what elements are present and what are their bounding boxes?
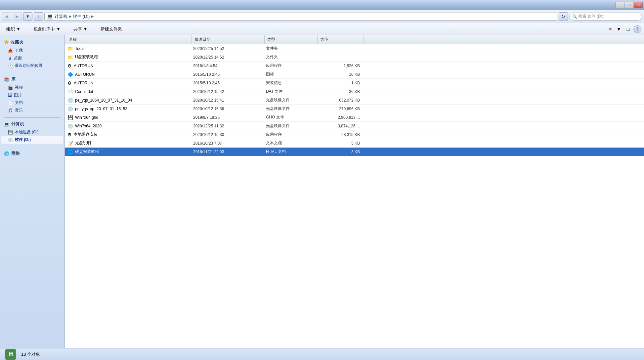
search-box[interactable]: 🔍 搜索 软件 (D:) [569,13,642,21]
title-bar: ─ □ ✕ [0,0,644,10]
file-icon: ⚙ [67,132,72,137]
table-row[interactable]: 💿 pe_yqs_xp_20_07_31_15_53 2020/10/12 15… [65,105,644,113]
file-name-label: AUTORUN [74,64,93,68]
file-icon: 🌐 [67,149,73,155]
view-dropdown-button[interactable]: ▼ [615,25,623,33]
forward-button[interactable]: ▶ [13,12,22,21]
table-row[interactable]: 📁 U盘安装教程 2020/12/25 14:52 文件夹 [65,53,644,62]
path-drive[interactable]: 软件 (D:) [73,14,90,20]
desktop-icon: 🖥 [8,56,12,61]
file-name-cell: 💾 Win7x64.gho [65,115,191,120]
video-label: 视频 [15,85,23,90]
file-size-cell: 28,315 KB [316,132,363,137]
network-label: 网络 [11,151,20,157]
file-name-cell: ⚙ AUTORUN [65,63,191,68]
file-area: 名称 修改日期 类型 大小 📁 Tools 2020/12/25 14:52 文… [65,35,644,348]
toolbar-separator-2 [67,26,67,32]
file-icon: ⚙ [67,80,72,86]
file-type-cell: 图标 [263,71,316,77]
table-row[interactable]: 📝 光盘说明 2016/10/23 7:07 文本文档 5 KB [65,139,644,148]
preview-button[interactable]: □ [624,25,632,33]
path-computer[interactable]: 计算机 [55,14,67,20]
file-type-cell: DAT 文件 [263,89,316,94]
sidebar-divider-2 [4,117,61,118]
maximize-button[interactable]: □ [625,2,633,8]
file-type-cell: 安装信息 [263,80,316,86]
sidebar-item-recent[interactable]: 🕐 最近访问的位置 [1,62,63,69]
table-row[interactable]: 🌐 硬盘安装教程 2016/11/21 22:03 HTML 文档 3 KB [65,148,644,156]
dropdown-button[interactable]: ▼ [23,12,32,21]
table-row[interactable]: ⚙ 本地硬盘安装 2020/10/12 15:30 应用程序 28,315 KB [65,130,644,139]
table-row[interactable]: 📄 Config.dat 2020/10/12 15:42 DAT 文件 36 … [65,87,644,96]
minimize-button[interactable]: ─ [616,2,624,8]
search-icon: 🔍 [572,14,577,19]
help-button[interactable]: ? [633,25,641,33]
archive-button[interactable]: 包含到库中 ▼ [30,25,64,33]
file-size-cell: 1,926 KB [316,64,363,68]
sidebar-divider-3 [4,147,61,147]
file-size-cell: 3 KB [316,150,363,154]
table-row[interactable]: 📁 Tools 2020/12/25 14:52 文件夹 [65,44,644,53]
col-header-type[interactable]: 类型 [265,35,318,44]
file-type-cell: 文件夹 [263,54,316,60]
docs-icon: 📄 [8,101,13,105]
organize-button[interactable]: 组织 ▼ [3,25,24,33]
file-name-cell: 🔷 AUTORUN [65,72,191,77]
file-name-cell: 💿 pe_yqs_1064_20_07_31_16_04 [65,98,191,103]
address-path[interactable]: 💻 计算机 ▶ 软件 (D:) ▶ [44,13,557,21]
table-row[interactable]: ⚙ AUTORUN 2016/1/8 4:54 应用程序 1,926 KB [65,62,644,70]
file-date-cell: 2020/10/12 15:42 [191,89,263,94]
col-header-size[interactable]: 大小 [318,35,364,44]
share-label: 共享 [73,26,82,32]
file-icon: 💿 [67,123,73,129]
share-button[interactable]: 共享 ▼ [70,25,91,33]
file-date-cell: 2016/11/21 22:03 [191,150,263,154]
col-header-name[interactable]: 名称 [66,35,192,44]
file-type-cell: 光盘映像文件 [263,97,316,103]
sidebar-item-docs[interactable]: 📄 文档 [1,99,63,107]
file-date-cell: 2016/1/8 4:54 [191,64,263,68]
file-type-cell: GHO 文件 [263,114,316,120]
file-size-cell: 279,696 KB [316,107,363,111]
new-folder-button[interactable]: 新建文件夹 [97,25,126,33]
table-row[interactable]: ⚙ AUTORUN 2015/5/10 2:45 安装信息 1 KB [65,79,644,87]
file-name-cell: 🌐 硬盘安装教程 [65,149,191,155]
sidebar-item-images[interactable]: 🖼 图片 [1,91,63,99]
file-type-cell: 光盘映像文件 [263,106,316,112]
col-date-label: 修改日期 [194,37,210,42]
search-placeholder: 搜索 软件 (D:) [579,14,603,19]
libs-label: 库 [11,76,16,82]
col-header-date[interactable]: 修改日期 [192,35,265,44]
table-row[interactable]: 💾 Win7x64.gho 2019/9/7 19:25 GHO 文件 2,90… [65,113,644,122]
file-icon: 💾 [67,115,73,120]
table-row[interactable]: 💿 Win7x64_2020 2020/12/25 11:32 光盘映像文件 3… [65,122,644,130]
close-button[interactable]: ✕ [634,2,643,8]
file-name-cell: 💿 pe_yqs_xp_20_07_31_15_53 [65,106,191,112]
sidebar-item-drive-d[interactable]: 💿 软件 (D:) [1,136,63,144]
sidebar-item-desktop[interactable]: 🖥 桌面 [1,54,63,62]
favorites-label: 收藏夹 [11,39,23,45]
sidebar-item-music[interactable]: 🎵 音乐 [1,107,63,114]
up-button[interactable]: ↑ [34,12,43,21]
sidebar-item-video[interactable]: 🎬 视频 [1,84,63,91]
sidebar-item-drive-c[interactable]: 💾 本地磁盘 (C:) [1,128,63,136]
favorites-icon: ★ [4,39,9,45]
refresh-button[interactable]: ↻ [559,12,568,21]
table-row[interactable]: 🔷 AUTORUN 2015/5/10 2:45 图标 10 KB [65,70,644,79]
drive-d-label: 软件 (D:) [15,137,31,143]
status-count: 13 个对象 [21,351,40,357]
sidebar-item-download[interactable]: 📥 下载 [1,47,63,54]
docs-label: 文档 [15,100,23,106]
back-button[interactable]: ◀ [2,12,11,21]
path-separator-1: ▶ [69,14,71,19]
file-name-label: 光盘说明 [75,140,91,146]
file-name-cell: 📁 U盘安装教程 [65,54,191,60]
file-name-cell: 📄 Config.dat [65,89,191,94]
music-label: 音乐 [15,108,23,113]
window-controls[interactable]: ─ □ ✕ [616,2,643,8]
file-size-cell: 2,900,813 ... [316,115,363,120]
file-icon: 📁 [67,46,73,51]
view-list-button[interactable]: ≡ [606,25,614,33]
file-date-cell: 2016/10/23 7:07 [191,141,263,146]
table-row[interactable]: 💿 pe_yqs_1064_20_07_31_16_04 2020/10/12 … [65,96,644,105]
